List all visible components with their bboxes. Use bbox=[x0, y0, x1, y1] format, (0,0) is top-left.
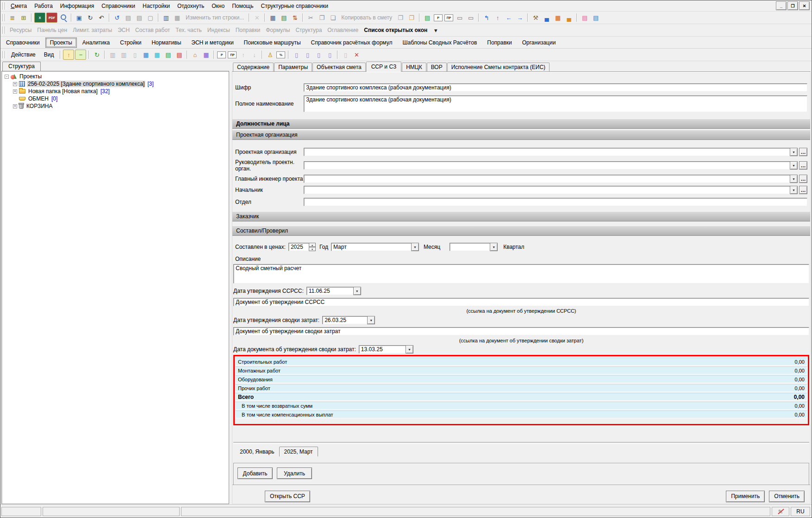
estimate-doc-3-icon[interactable]: ▯ bbox=[313, 50, 324, 59]
tab-soderzhanie[interactable]: Содержание bbox=[233, 63, 274, 71]
apply-button[interactable]: Применить bbox=[726, 491, 765, 502]
paste-document-icon[interactable]: ❐ bbox=[406, 13, 417, 22]
tab-parametry[interactable]: Параметры bbox=[274, 63, 312, 71]
insert-row-icon[interactable]: ▤ bbox=[123, 13, 133, 22]
tab-proekty[interactable]: Проекты bbox=[45, 38, 77, 48]
estimate-doc-2-icon[interactable]: ▯ bbox=[302, 50, 312, 59]
recalculate-icon[interactable]: ↺ bbox=[112, 13, 122, 22]
params-pr-icon[interactable]: ПР bbox=[444, 14, 453, 21]
reference-books-blue-icon[interactable]: ▤ bbox=[591, 13, 601, 22]
menu-okno[interactable]: Окно bbox=[208, 2, 228, 10]
compiled-section-header[interactable]: Составил/Проверил bbox=[232, 226, 810, 236]
officials-section-header[interactable]: Должностные лица bbox=[232, 119, 810, 129]
methodics-icon[interactable]: ▤ bbox=[163, 50, 173, 59]
sort-rows-icon[interactable]: ⇅ bbox=[290, 13, 300, 22]
tab-vor[interactable]: ВОР bbox=[427, 63, 447, 71]
menu-view[interactable]: Вид bbox=[40, 51, 58, 59]
menu-smeta[interactable]: Смета bbox=[7, 2, 31, 10]
description-input[interactable]: Сводный сметный расчет bbox=[233, 264, 809, 284]
tab-shablony-svodnyh[interactable]: Шаблоны Сводных Расчётов bbox=[398, 38, 481, 48]
copy-node-icon[interactable]: ▥ bbox=[107, 50, 118, 59]
totals-row-equipment[interactable]: Оборудования0,00 bbox=[235, 375, 807, 383]
clear-all-rows-icon[interactable]: ▭ bbox=[466, 13, 476, 22]
totals-row-construction[interactable]: Строительных работ0,00 bbox=[235, 358, 807, 366]
home-settings-icon[interactable]: ⌂ bbox=[190, 50, 200, 59]
new-document-icon[interactable]: ▯ bbox=[130, 50, 140, 59]
cut-icon[interactable]: ✂ bbox=[306, 13, 316, 22]
org-head-input[interactable] bbox=[304, 161, 790, 170]
open-windows-dropdown-icon[interactable]: ▾ bbox=[431, 25, 441, 35]
doc-pr-icon[interactable]: ПР bbox=[228, 51, 237, 58]
dropdown-arrow-icon[interactable]: ▼ bbox=[367, 316, 375, 324]
menu-rabota[interactable]: Работа bbox=[31, 2, 56, 10]
svodka-date-input[interactable] bbox=[322, 316, 367, 324]
totals-row-installation[interactable]: Монтажных работ0,00 bbox=[235, 366, 807, 374]
refresh-tree-icon[interactable]: ↻ bbox=[92, 50, 102, 59]
spin-up-icon[interactable]: ▲ bbox=[309, 243, 316, 247]
menu-structural-refs[interactable]: Структурные справочники bbox=[257, 2, 332, 10]
panel-tech-part[interactable]: Тех. часть bbox=[173, 27, 204, 33]
panel-work-composition[interactable]: Состав работ bbox=[132, 27, 173, 33]
clear-rows-icon[interactable]: ▭ bbox=[455, 13, 465, 22]
level-raise-icon[interactable]: ↰ bbox=[481, 13, 492, 22]
percent-doc-icon[interactable]: % bbox=[276, 51, 285, 58]
delete-period-button[interactable]: Удалить bbox=[277, 467, 312, 479]
menu-action[interactable]: Действие bbox=[7, 51, 40, 59]
tab-organizacii[interactable]: Организации bbox=[518, 38, 561, 48]
menu-pomosch[interactable]: Помощь bbox=[228, 2, 257, 10]
panel-indexes[interactable]: Индексы bbox=[205, 27, 233, 33]
folder-up-icon[interactable]: ↑ bbox=[63, 50, 74, 60]
delete-row-icon[interactable]: ✕ bbox=[252, 13, 262, 22]
export-pdf-icon[interactable]: PDF bbox=[46, 13, 57, 23]
normatives-icon[interactable]: ▤ bbox=[174, 50, 184, 59]
contractors-icon[interactable]: ♙ bbox=[265, 50, 275, 59]
month-input[interactable] bbox=[331, 243, 411, 251]
tree-item-projects-root[interactable]: - Проекты bbox=[2, 73, 229, 80]
cancel-button[interactable]: Отменить bbox=[769, 491, 805, 502]
panel-resources[interactable]: Ресурсы bbox=[7, 27, 34, 33]
tab-raschetnye-formuly[interactable]: Справочник расчётных формул bbox=[306, 38, 397, 48]
tab-stroyki[interactable]: Стройки bbox=[115, 38, 146, 48]
reference-books-pink-icon[interactable]: ▤ bbox=[580, 13, 590, 22]
tree-item-korzina[interactable]: + КОРЗИНА bbox=[2, 102, 229, 110]
menu-informacia[interactable]: Информация bbox=[56, 2, 98, 10]
delivery-truck-icon[interactable]: ▄ bbox=[564, 13, 574, 22]
panel-structure[interactable]: Структура bbox=[293, 27, 325, 33]
copy-to-estimate-button[interactable]: Копировать в смету bbox=[338, 14, 395, 21]
copy-document-icon[interactable]: ❐ bbox=[395, 13, 406, 22]
dept-input[interactable] bbox=[304, 198, 807, 206]
ssrcc-date-input[interactable] bbox=[306, 287, 353, 295]
tree-item-project-256[interactable]: + 256-02-2025 [Здание спортивного компле… bbox=[2, 80, 229, 88]
tree-item-obmen[interactable]: ОБМЕН [0] bbox=[2, 95, 229, 102]
menu-otdohnut[interactable]: Отдохнуть bbox=[174, 2, 208, 10]
tab-popravki[interactable]: Поправки bbox=[482, 38, 516, 48]
search-icon[interactable] bbox=[58, 13, 69, 22]
estimate-structure-icon[interactable]: ≣ bbox=[7, 13, 18, 22]
undo-icon[interactable]: ↶ bbox=[96, 13, 106, 22]
new-local-estimate-icon[interactable]: ▦ bbox=[152, 50, 162, 59]
tree-item-new-folder[interactable]: + Новая папка [Новая папка] [32] bbox=[2, 88, 229, 95]
period-tab-2000-january[interactable]: 2000, Январь bbox=[235, 447, 279, 456]
ssrcc-doc-input[interactable] bbox=[233, 298, 809, 306]
collapse-toggle-icon[interactable]: - bbox=[5, 75, 9, 79]
save-icon[interactable]: ▣ bbox=[74, 13, 84, 22]
new-object-estimate-icon[interactable]: ▦ bbox=[141, 50, 151, 59]
totals-row-returnable[interactable]: В том числе возвратных сумм0,00 bbox=[235, 402, 807, 410]
resources-hammer-icon[interactable]: ⚒ bbox=[531, 13, 541, 22]
panel-contents[interactable]: Оглавление bbox=[325, 27, 361, 33]
export-excel-icon[interactable]: X bbox=[34, 13, 45, 23]
level-up-icon[interactable]: ↑ bbox=[493, 13, 503, 22]
totals-row-compensation[interactable]: В том числе компенсационных выплат0,00 bbox=[235, 411, 807, 418]
tab-analitika[interactable]: Аналитика bbox=[78, 38, 114, 48]
chief-engineer-input[interactable] bbox=[304, 175, 790, 183]
year-input[interactable] bbox=[288, 243, 309, 251]
move-up-icon[interactable]: ↑ bbox=[238, 50, 248, 59]
expand-toggle-icon[interactable]: + bbox=[13, 82, 17, 86]
tab-ssr-sz[interactable]: ССР и СЗ bbox=[366, 62, 402, 72]
dropdown-arrow-icon[interactable]: ▼ bbox=[790, 175, 798, 183]
tab-obektnaya-smeta[interactable]: Объектная смета bbox=[312, 63, 366, 71]
totals-row-total[interactable]: Всего0,00 bbox=[235, 393, 807, 401]
level-right-icon[interactable]: → bbox=[515, 13, 525, 22]
panel-formulas[interactable]: Формулы bbox=[263, 27, 293, 33]
svodka-doc-date-input[interactable] bbox=[359, 345, 406, 354]
